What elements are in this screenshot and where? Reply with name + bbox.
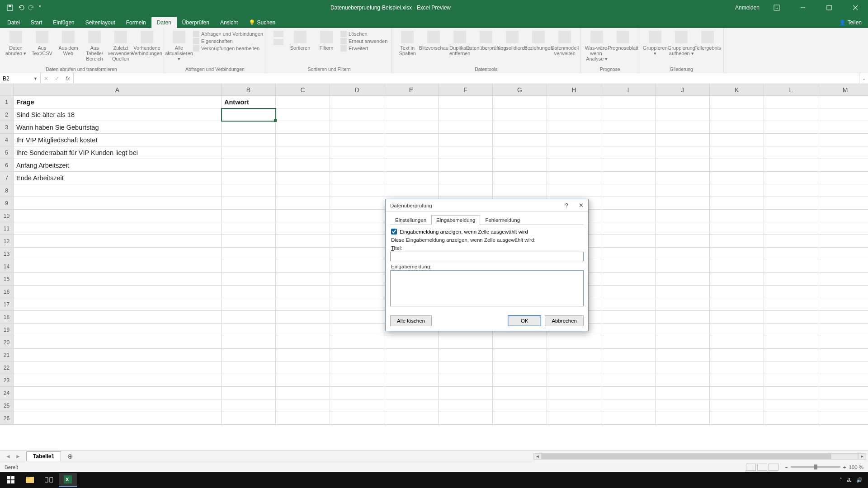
cell-B9[interactable] (222, 197, 276, 210)
cell-H24[interactable] (547, 387, 601, 399)
tab-daten[interactable]: Daten (151, 17, 177, 28)
data-validation-button[interactable]: Datenüberprüfung (474, 30, 498, 51)
cell-A21[interactable] (14, 349, 222, 361)
cell-J1[interactable] (656, 96, 710, 108)
cell-I4[interactable] (601, 134, 656, 146)
cell-D4[interactable] (330, 134, 384, 146)
cell-L15[interactable] (764, 273, 818, 286)
cell-C8[interactable] (276, 184, 330, 197)
cell-L20[interactable] (764, 336, 818, 349)
zoom-slider[interactable] (791, 466, 840, 468)
cell-J5[interactable] (656, 146, 710, 159)
cell-B21[interactable] (222, 349, 276, 361)
row-header-18[interactable]: 18 (0, 311, 14, 324)
row-header-15[interactable]: 15 (0, 273, 14, 286)
cell-G22[interactable] (493, 361, 547, 374)
cell-E1[interactable] (384, 96, 439, 108)
undo-icon[interactable] (17, 4, 24, 11)
cell-A20[interactable] (14, 336, 222, 349)
redo-icon[interactable] (28, 4, 35, 11)
cell-L23[interactable] (764, 374, 818, 387)
cell-L9[interactable] (764, 197, 818, 210)
cell-G6[interactable] (493, 159, 547, 172)
cell-D13[interactable] (330, 248, 384, 260)
cell-G7[interactable] (493, 172, 547, 184)
cell-G8[interactable] (493, 184, 547, 197)
row-header-2[interactable]: 2 (0, 108, 14, 121)
cell-M9[interactable] (818, 197, 868, 210)
from-table-button[interactable]: Aus Tabelle/ Bereich (82, 30, 107, 61)
cell-M8[interactable] (818, 184, 868, 197)
cancel-button[interactable]: Abbrechen (545, 315, 584, 326)
cell-B6[interactable] (222, 159, 276, 172)
ungroup-button[interactable]: Gruppierung aufheben ▾ (669, 30, 693, 56)
cell-B17[interactable] (222, 298, 276, 311)
cell-C25[interactable] (276, 399, 330, 412)
row-header-9[interactable]: 9 (0, 197, 14, 210)
excel-taskbar-icon[interactable]: X (59, 473, 77, 487)
cell-H25[interactable] (547, 399, 601, 412)
cell-B8[interactable] (222, 184, 276, 197)
cell-I8[interactable] (601, 184, 656, 197)
cell-F21[interactable] (439, 349, 493, 361)
cell-M10[interactable] (818, 210, 868, 222)
row-header-26[interactable]: 26 (0, 412, 14, 425)
cell-D8[interactable] (330, 184, 384, 197)
from-text-csv-button[interactable]: Aus Text/CSV (30, 30, 54, 56)
cell-E20[interactable] (384, 336, 439, 349)
col-header-L[interactable]: L (764, 84, 818, 96)
cell-L11[interactable] (764, 222, 818, 235)
cell-L16[interactable] (764, 286, 818, 298)
col-header-M[interactable]: M (818, 84, 868, 96)
cell-H2[interactable] (547, 108, 601, 121)
cell-F22[interactable] (439, 361, 493, 374)
tab-einfuegen[interactable]: Einfügen (47, 17, 80, 28)
network-icon[interactable]: 🖧 (847, 477, 852, 483)
cell-D9[interactable] (330, 197, 384, 210)
cell-B11[interactable] (222, 222, 276, 235)
cell-C13[interactable] (276, 248, 330, 260)
cell-A6[interactable]: Anfang Arbeitszeit (14, 159, 222, 172)
cell-K24[interactable] (710, 387, 764, 399)
cell-M2[interactable] (818, 108, 868, 121)
cell-L26[interactable] (764, 412, 818, 425)
cell-M22[interactable] (818, 361, 868, 374)
col-header-F[interactable]: F (439, 84, 493, 96)
cell-B24[interactable] (222, 387, 276, 399)
row-header-16[interactable]: 16 (0, 286, 14, 298)
cell-C15[interactable] (276, 273, 330, 286)
cell-M21[interactable] (818, 349, 868, 361)
cell-K19[interactable] (710, 324, 764, 336)
cell-D5[interactable] (330, 146, 384, 159)
page-break-view-icon[interactable] (769, 464, 778, 471)
cell-I12[interactable] (601, 235, 656, 248)
col-header-J[interactable]: J (656, 84, 710, 96)
cell-A25[interactable] (14, 399, 222, 412)
cell-L17[interactable] (764, 298, 818, 311)
cell-E22[interactable] (384, 361, 439, 374)
forecast-sheet-button[interactable]: Prognoseblatt (611, 30, 635, 51)
cell-J22[interactable] (656, 361, 710, 374)
cell-G3[interactable] (493, 121, 547, 134)
row-header-22[interactable]: 22 (0, 361, 14, 374)
cell-E23[interactable] (384, 374, 439, 387)
cell-E21[interactable] (384, 349, 439, 361)
cell-K9[interactable] (710, 197, 764, 210)
cell-L2[interactable] (764, 108, 818, 121)
reapply-button[interactable]: Erneut anwenden (340, 38, 387, 44)
flash-fill-button[interactable]: Blitzvorschau (421, 30, 446, 51)
col-header-I[interactable]: I (601, 84, 656, 96)
name-box[interactable]: B2 ▼ (0, 73, 41, 84)
col-header-G[interactable]: G (493, 84, 547, 96)
cell-E7[interactable] (384, 172, 439, 184)
zoom-value[interactable]: 100 % (849, 465, 863, 470)
row-header-21[interactable]: 21 (0, 349, 14, 361)
tray-expand-icon[interactable]: ˄ (840, 477, 842, 483)
select-all-corner[interactable] (0, 84, 14, 96)
edit-links-button[interactable]: Verknüpfungen bearbeiten (193, 45, 263, 52)
cell-C23[interactable] (276, 374, 330, 387)
task-view-icon[interactable] (40, 473, 58, 487)
cell-F1[interactable] (439, 96, 493, 108)
cell-K8[interactable] (710, 184, 764, 197)
cell-B18[interactable] (222, 311, 276, 324)
